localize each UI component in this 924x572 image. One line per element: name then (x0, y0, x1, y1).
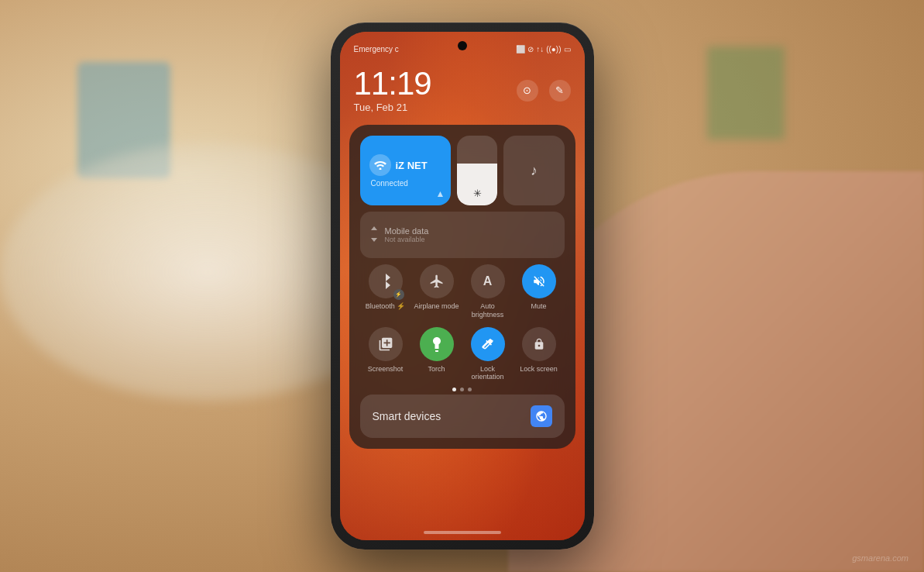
auto-brightness-letter: A (483, 274, 493, 288)
wifi-connection-status: Connected (369, 179, 442, 188)
music-icon: ♪ (531, 163, 538, 179)
watermark: gsmarena.com (852, 553, 909, 563)
airplane-label: Airplane mode (414, 302, 459, 311)
mobile-data-tile[interactable]: Mobile data Not available (360, 212, 565, 258)
lock-screen-label: Lock screen (520, 365, 558, 374)
phone-screen: Emergency c ⬜ ⊘ ↑↓ ((●)) ▭ 11:19 Tue, Fe… (340, 32, 585, 540)
auto-brightness-toggle[interactable]: A Auto brightness (465, 264, 511, 319)
smart-devices-icon (531, 405, 552, 427)
screenshot-circle (369, 327, 403, 361)
battery-icon: ▭ (564, 45, 571, 53)
wifi-expand-icon: ▲ (435, 188, 445, 199)
torch-circle (420, 327, 454, 361)
wifi-icon (369, 154, 391, 176)
quick-toggles: ⚡ Bluetooth ⚡ Airplane mode (360, 264, 565, 381)
auto-brightness-label: Auto brightness (465, 302, 511, 319)
smart-devices-label: Smart devices (373, 410, 441, 422)
lock-orientation-toggle[interactable]: Lock orientation (465, 327, 511, 382)
lock-screen-toggle[interactable]: Lock screen (516, 327, 562, 382)
wifi-network-info: iZ NET (396, 158, 428, 172)
time-action-icons: ⊙ ✎ (517, 80, 571, 102)
camera-notch (458, 41, 467, 50)
wifi-status-icon: ((●)) (546, 45, 561, 53)
brightness-slider-tile[interactable]: ✳ (457, 136, 497, 205)
screenshot-toggle[interactable]: Screenshot (362, 327, 409, 382)
dot-2 (460, 388, 464, 391)
brightness-icon: ✳ (473, 188, 482, 199)
data-icon: ↑↓ (536, 45, 544, 53)
mobile-data-sublabel: Not available (385, 236, 429, 243)
camera-button[interactable]: ⊙ (517, 80, 538, 102)
control-panel: iZ NET Connected ▲ ✳ ♪ (349, 125, 575, 449)
smart-devices-tile[interactable]: Smart devices (360, 395, 565, 438)
wifi-tile-header: iZ NET (369, 154, 442, 176)
screen-record-icon: ⬜ (516, 45, 525, 53)
top-tiles-row: iZ NET Connected ▲ ✳ ♪ (360, 136, 565, 205)
phone-device: Emergency c ⬜ ⊘ ↑↓ ((●)) ▭ 11:19 Tue, Fe… (331, 22, 594, 550)
lock-screen-circle (522, 327, 556, 361)
screenshot-label: Screenshot (368, 365, 404, 374)
airplane-mode-toggle[interactable]: Airplane mode (414, 264, 460, 319)
mobile-data-label: Mobile data (385, 226, 429, 236)
dot-1 (452, 388, 456, 391)
auto-brightness-circle: A (471, 264, 505, 298)
bg-decor-right (707, 47, 785, 140)
mute-toggle[interactable]: Mute (516, 264, 562, 319)
nfc-icon: ⊘ (527, 45, 534, 53)
time-section: 11:19 Tue, Feb 21 ⊙ ✎ (340, 60, 585, 121)
wifi-name: iZ NET (396, 160, 428, 171)
svg-rect-1 (435, 351, 438, 352)
lock-orientation-circle (471, 327, 505, 361)
airplane-circle (420, 264, 454, 298)
dot-3 (468, 388, 472, 391)
svg-point-0 (379, 167, 381, 170)
time-date-group: 11:19 Tue, Feb 21 (354, 67, 431, 113)
torch-label: Torch (428, 365, 445, 374)
status-icons: ⬜ ⊘ ↑↓ ((●)) ▭ (516, 45, 570, 53)
time-display: 11:19 (354, 67, 431, 100)
mobile-data-icon (369, 226, 379, 244)
phone-wrapper: Emergency c ⬜ ⊘ ↑↓ ((●)) ▭ 11:19 Tue, Fe… (331, 22, 594, 550)
bluetooth-toggle[interactable]: ⚡ Bluetooth ⚡ (362, 264, 409, 319)
edit-button[interactable]: ✎ (549, 80, 571, 102)
mobile-data-info: Mobile data Not available (385, 226, 429, 243)
home-indicator[interactable] (424, 531, 501, 534)
lock-orientation-label: Lock orientation (465, 365, 511, 382)
second-tiles-row: Mobile data Not available (360, 212, 565, 258)
bluetooth-badge: ⚡ (393, 289, 404, 300)
emergency-label: Emergency c (354, 45, 399, 53)
wifi-tile[interactable]: iZ NET Connected ▲ (360, 136, 452, 205)
bluetooth-circle: ⚡ (369, 264, 403, 298)
mute-label: Mute (531, 302, 546, 311)
torch-toggle[interactable]: Torch (414, 327, 460, 382)
media-tile[interactable]: ♪ (503, 136, 564, 205)
page-dots (360, 388, 565, 391)
bluetooth-label: Bluetooth ⚡ (366, 302, 406, 311)
date-display: Tue, Feb 21 (354, 102, 431, 113)
toggle-row-2: Screenshot Torch (360, 327, 565, 382)
toggle-row-1: ⚡ Bluetooth ⚡ Airplane mode (360, 264, 565, 319)
mute-circle (522, 264, 556, 298)
